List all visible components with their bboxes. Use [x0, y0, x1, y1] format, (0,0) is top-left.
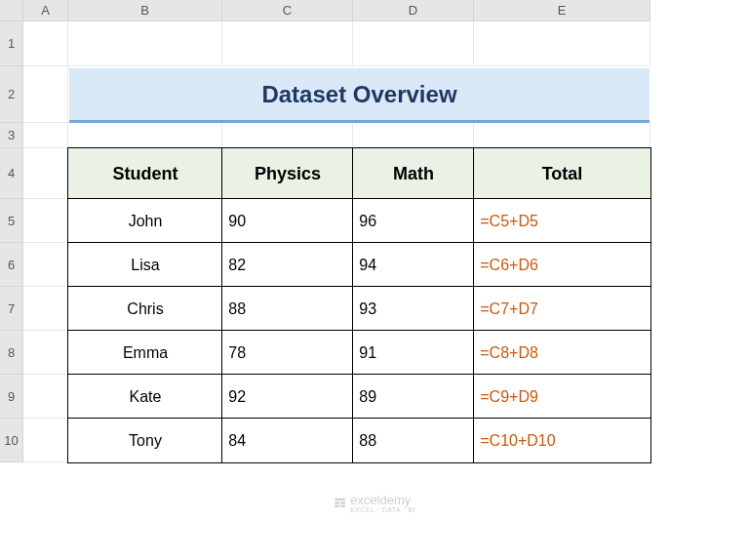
row-header-7[interactable]: 7 [0, 287, 23, 331]
row-header-8[interactable]: 8 [0, 331, 23, 375]
cell-student-3[interactable]: Emma [67, 330, 223, 376]
col-header-E[interactable]: E [474, 0, 650, 21]
cell-C1[interactable] [222, 21, 353, 66]
row-header-6[interactable]: 6 [0, 243, 23, 287]
cell-physics-0[interactable]: 90 [221, 198, 354, 244]
col-header-B[interactable]: B [68, 0, 222, 21]
cell-physics-4[interactable]: 92 [221, 374, 354, 420]
cell-math-1[interactable]: 94 [352, 242, 475, 288]
watermark-sub: EXCEL · DATA · BI [350, 506, 415, 513]
row-header-5[interactable]: 5 [0, 199, 23, 243]
select-all-corner[interactable] [0, 0, 23, 21]
spreadsheet-icon [333, 497, 346, 510]
cell-physics-1[interactable]: 82 [221, 242, 354, 288]
cell-B1[interactable] [68, 21, 222, 66]
cell-math-5[interactable]: 88 [352, 418, 475, 463]
cell-A3[interactable] [23, 123, 68, 148]
th-physics[interactable]: Physics [221, 147, 354, 200]
cell-D3[interactable] [353, 123, 474, 148]
cell-total-4[interactable]: =C9+D9 [473, 374, 651, 420]
col-header-C[interactable]: C [222, 0, 353, 21]
col-header-A[interactable]: A [23, 0, 68, 21]
row-header-2[interactable]: 2 [0, 66, 23, 123]
cell-math-4[interactable]: 89 [352, 374, 475, 420]
cell-A10[interactable] [23, 419, 68, 462]
cell-B3[interactable] [68, 123, 222, 148]
cell-total-2[interactable]: =C7+D7 [473, 286, 651, 332]
cell-total-3[interactable]: =C8+D8 [473, 330, 651, 376]
th-math[interactable]: Math [352, 147, 475, 200]
cell-math-2[interactable]: 93 [352, 286, 475, 332]
cell-C3[interactable] [222, 123, 353, 148]
th-total[interactable]: Total [473, 147, 651, 200]
row-header-3[interactable]: 3 [0, 123, 23, 148]
page-title[interactable]: Dataset Overview [69, 68, 650, 123]
cell-A5[interactable] [23, 199, 68, 243]
cell-student-0[interactable]: John [67, 198, 223, 244]
th-student[interactable]: Student [67, 147, 223, 200]
cell-A4[interactable] [23, 148, 68, 199]
cell-student-2[interactable]: Chris [67, 286, 223, 332]
row-header-4[interactable]: 4 [0, 148, 23, 199]
cell-total-0[interactable]: =C5+D5 [473, 198, 651, 244]
cell-A6[interactable] [23, 243, 68, 287]
cell-D1[interactable] [353, 21, 474, 66]
cell-total-1[interactable]: =C6+D6 [473, 242, 651, 288]
cell-A1[interactable] [23, 21, 68, 66]
watermark: exceldemy EXCEL · DATA · BI [333, 494, 415, 513]
cell-math-3[interactable]: 91 [352, 330, 475, 376]
watermark-brand: exceldemy [350, 494, 415, 506]
cell-student-1[interactable]: Lisa [67, 242, 223, 288]
cell-physics-2[interactable]: 88 [221, 286, 354, 332]
row-header-1[interactable]: 1 [0, 21, 23, 66]
cell-A7[interactable] [23, 287, 68, 331]
cell-math-0[interactable]: 96 [352, 198, 475, 244]
col-header-D[interactable]: D [353, 0, 474, 21]
row-header-9[interactable]: 9 [0, 375, 23, 419]
cell-E3[interactable] [474, 123, 650, 148]
cell-E1[interactable] [474, 21, 650, 66]
cell-A9[interactable] [23, 375, 68, 419]
row-header-10[interactable]: 10 [0, 419, 23, 462]
cell-student-4[interactable]: Kate [67, 374, 223, 420]
cell-student-5[interactable]: Tony [67, 418, 223, 463]
cell-A8[interactable] [23, 331, 68, 375]
cell-total-5[interactable]: =C10+D10 [473, 418, 651, 463]
cell-physics-3[interactable]: 78 [221, 330, 354, 376]
cell-A2[interactable] [23, 66, 68, 123]
cell-physics-5[interactable]: 84 [221, 418, 354, 463]
